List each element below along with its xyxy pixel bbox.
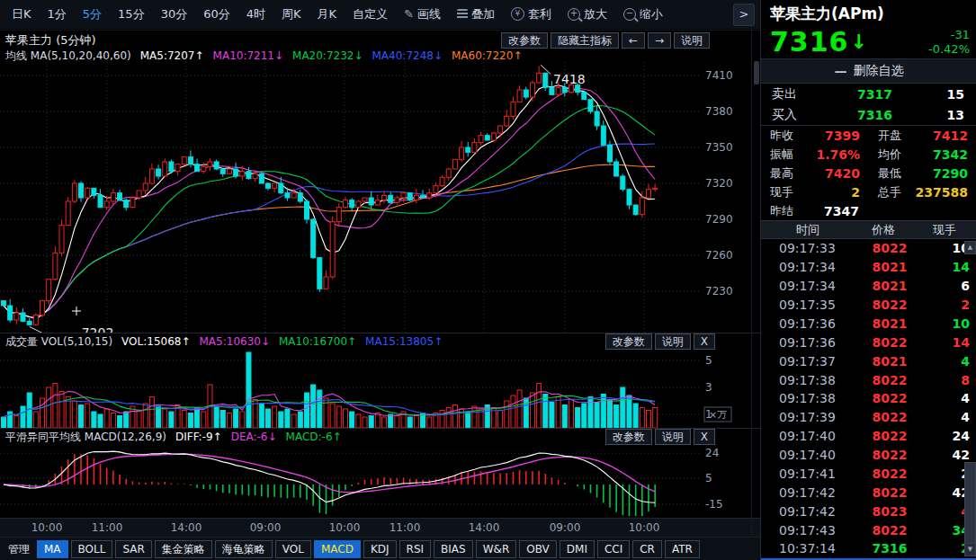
ask-row[interactable]: 卖出 7317 15	[761, 84, 976, 104]
tape-row[interactable]: 09:17:3480216	[761, 277, 976, 296]
tab-manage[interactable]: 管理	[4, 541, 34, 557]
tab-dmi[interactable]: DMI	[560, 540, 595, 558]
chart-next-arrow-button[interactable]: →	[648, 32, 671, 49]
tab-wr[interactable]: W&R	[476, 540, 517, 558]
tape-row[interactable]: 09:17:43802234	[761, 520, 976, 539]
toolbar-expand-button[interactable]: >	[733, 4, 755, 26]
tab-atr[interactable]: ATR	[665, 540, 700, 558]
tape-row[interactable]: 09:17:36802110	[761, 315, 976, 333]
tape-row[interactable]: 09:17:4280234	[761, 502, 976, 520]
tape-price: 8022	[855, 485, 925, 500]
chart-prev-arrow-button[interactable]: ←	[622, 32, 645, 49]
toolbar-item-4hour[interactable]: 4时	[238, 4, 273, 25]
price-change: -31 -0.42%	[928, 28, 970, 57]
tab-cci[interactable]: CCI	[597, 540, 630, 558]
tab-kdj[interactable]: KDJ	[363, 540, 397, 558]
tape-scrollbar[interactable]: ▲ ▼	[964, 241, 976, 556]
tape-row[interactable]: 09:17:3580222	[761, 296, 976, 315]
toolbar-item-overlay[interactable]: 叠加	[449, 4, 503, 25]
tape-header-time: 时间	[761, 222, 855, 238]
tape-row[interactable]: 09:17:40802224	[761, 427, 976, 446]
toolbar-item-label: 月K	[318, 6, 337, 22]
toolbar-item-label: 30分	[161, 6, 188, 22]
toolbar-item-zoom-in[interactable]: +放大	[560, 4, 615, 25]
time-label: 11:00	[92, 521, 123, 534]
toolbar-item-daily-k[interactable]: 日K	[4, 4, 40, 25]
tape-price: 8021	[855, 260, 925, 274]
toolbar-item-label: 60分	[203, 6, 230, 22]
volume-help-button[interactable]: 说明	[655, 333, 691, 350]
toolbar-item-15min[interactable]: 15分	[110, 4, 153, 25]
chart-scrollbar-thumb[interactable]	[754, 61, 759, 84]
svg-text:7350: 7350	[705, 141, 733, 154]
tape-row[interactable]: 09:17:4180222	[761, 465, 976, 484]
tape-row[interactable]: 09:17:3980224	[761, 408, 976, 427]
chart-header-buttons: 改参数隐藏主指标←→说明	[501, 32, 710, 49]
chart-change-params-button[interactable]: 改参数	[501, 32, 548, 49]
tab-sar[interactable]: SAR	[115, 540, 151, 558]
contract-name: 苹果主力(APm)	[761, 0, 976, 25]
toolbar-item-zoom-out[interactable]: −缩小	[615, 4, 671, 25]
tab-macd[interactable]: MACD	[314, 540, 361, 558]
stat-label: 昨收	[761, 128, 793, 144]
tape-row[interactable]: 09:17:3880228	[761, 370, 976, 389]
toolbar-item-monthly-k[interactable]: 月K	[309, 4, 345, 25]
chart-help-button[interactable]: 说明	[674, 32, 710, 49]
tape-row[interactable]: 09:17:3880224	[761, 389, 976, 408]
tab-turtle-strategy[interactable]: 海龟策略	[215, 540, 273, 558]
volume-chart[interactable]: 531×万	[0, 350, 760, 428]
svg-text:7230: 7230	[705, 285, 733, 298]
macd-chart[interactable]: 245-15	[0, 445, 760, 518]
tape-time: 09:17:42	[761, 485, 855, 500]
tape-row[interactable]: 09:17:36802214	[761, 333, 976, 351]
tape-row[interactable]: 10:37:1473162	[761, 539, 976, 558]
toolbar-item-draw-line[interactable]: ✎画线	[396, 4, 449, 25]
toolbar-item-arbitrage[interactable]: ¥套利	[503, 4, 560, 25]
tab-jijin-strategy[interactable]: 集金策略	[155, 540, 212, 558]
toolbar-item-1min[interactable]: 1分	[40, 4, 75, 25]
stat-label: 最高	[761, 165, 793, 182]
tab-vol[interactable]: VOL	[275, 540, 311, 558]
tab-bias[interactable]: BIAS	[434, 540, 473, 558]
volume-close-button[interactable]: X	[694, 333, 715, 350]
toolbar-item-label: 1分	[48, 6, 67, 22]
tab-boll[interactable]: BOLL	[71, 540, 113, 558]
bid-row[interactable]: 买入 7316 13	[761, 104, 976, 126]
toolbar-item-5min[interactable]: 5分	[75, 4, 110, 25]
toolbar-item-weekly-k[interactable]: 周K	[273, 4, 309, 25]
tape-row[interactable]: 09:17:34802114	[761, 258, 976, 277]
layers-icon	[457, 9, 468, 19]
tape-row[interactable]: 09:17:33802210	[761, 239, 976, 258]
macd-change-params-button[interactable]: 改参数	[605, 429, 652, 445]
tape-price: 8022	[855, 410, 925, 424]
macd-help-button[interactable]: 说明	[655, 429, 691, 445]
tab-obv[interactable]: OBV	[519, 540, 557, 558]
chart-title: 苹果主力 (5分钟)	[5, 32, 96, 49]
scroll-up-button[interactable]: ▲	[964, 241, 976, 254]
tab-ma[interactable]: MA	[37, 540, 68, 558]
tape-row[interactable]: 09:17:3780214	[761, 351, 976, 370]
scroll-down-button[interactable]: ▼	[964, 543, 976, 556]
remove-watchlist-button[interactable]: — 删除自选	[761, 58, 976, 84]
toolbar-item-label: 4时	[246, 6, 265, 22]
time-label: 09:00	[550, 521, 581, 534]
macd-close-button[interactable]: X	[694, 429, 715, 445]
stat-label: 现手	[761, 184, 793, 200]
volume-change-params-button[interactable]: 改参数	[605, 333, 652, 350]
tab-rsi[interactable]: RSI	[399, 540, 432, 558]
toolbar-item-60min[interactable]: 60分	[195, 4, 238, 25]
tab-cr[interactable]: CR	[632, 540, 662, 558]
candlestick-chart[interactable]: 741073807350732072907260723074187202	[0, 62, 760, 333]
svg-text:24: 24	[705, 448, 719, 460]
tape-scrollbar-thumb[interactable]	[964, 462, 976, 544]
tape-row[interactable]: 09:17:40802242	[761, 446, 976, 465]
tape-time: 09:17:38	[761, 373, 855, 387]
tape-row[interactable]: 09:17:42802242	[761, 483, 976, 502]
stat-value: 7290	[933, 166, 976, 181]
stat-最高: 最高7420	[761, 164, 869, 182]
toolbar-item-label: 5分	[83, 6, 102, 22]
toolbar-item-custom[interactable]: 自定义	[345, 4, 396, 25]
toolbar-item-30min[interactable]: 30分	[153, 4, 196, 25]
stat-label: 最低	[869, 165, 901, 182]
chart-hide-main-indicator-button[interactable]: 隐藏主指标	[551, 32, 619, 49]
